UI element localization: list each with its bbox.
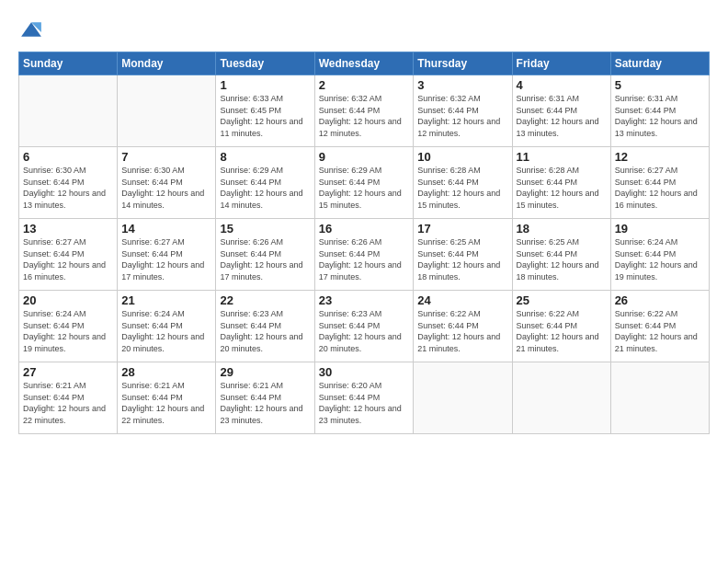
calendar-cell: 20Sunrise: 6:24 AMSunset: 6:44 PMDayligh… <box>19 291 118 362</box>
day-header-saturday: Saturday <box>610 52 709 75</box>
calendar-cell: 1Sunrise: 6:33 AMSunset: 6:45 PMDaylight… <box>216 75 314 147</box>
day-number: 27 <box>23 365 113 379</box>
logo-icon <box>18 17 44 42</box>
day-number: 5 <box>615 78 705 92</box>
calendar-cell: 8Sunrise: 6:29 AMSunset: 6:44 PMDaylight… <box>216 147 314 219</box>
day-number: 13 <box>23 222 113 236</box>
day-number: 14 <box>121 222 211 236</box>
day-info: Sunrise: 6:30 AMSunset: 6:44 PMDaylight:… <box>121 165 211 211</box>
day-info: Sunrise: 6:26 AMSunset: 6:44 PMDaylight:… <box>220 236 310 282</box>
calendar-cell: 4Sunrise: 6:31 AMSunset: 6:44 PMDaylight… <box>512 75 610 147</box>
day-number: 23 <box>319 293 410 307</box>
day-info: Sunrise: 6:21 AMSunset: 6:44 PMDaylight:… <box>121 380 211 426</box>
day-number: 24 <box>417 293 507 307</box>
calendar-cell: 16Sunrise: 6:26 AMSunset: 6:44 PMDayligh… <box>314 219 414 291</box>
day-info: Sunrise: 6:24 AMSunset: 6:44 PMDaylight:… <box>615 236 705 282</box>
day-number: 20 <box>23 293 113 307</box>
day-number: 1 <box>220 78 310 92</box>
day-number: 28 <box>121 365 211 379</box>
day-info: Sunrise: 6:24 AMSunset: 6:44 PMDaylight:… <box>121 308 211 354</box>
calendar-table: SundayMondayTuesdayWednesdayThursdayFrid… <box>18 52 710 434</box>
day-info: Sunrise: 6:28 AMSunset: 6:44 PMDaylight:… <box>417 165 507 211</box>
calendar-cell <box>19 75 118 147</box>
day-number: 22 <box>220 293 310 307</box>
day-number: 26 <box>615 293 705 307</box>
day-info: Sunrise: 6:20 AMSunset: 6:44 PMDaylight:… <box>319 380 410 426</box>
day-info: Sunrise: 6:22 AMSunset: 6:44 PMDaylight:… <box>417 308 507 354</box>
calendar-cell: 26Sunrise: 6:22 AMSunset: 6:44 PMDayligh… <box>610 291 709 362</box>
day-number: 12 <box>615 150 705 164</box>
logo <box>18 17 50 42</box>
day-number: 9 <box>319 150 410 164</box>
day-info: Sunrise: 6:27 AMSunset: 6:44 PMDaylight:… <box>121 236 211 282</box>
day-info: Sunrise: 6:27 AMSunset: 6:44 PMDaylight:… <box>615 165 705 211</box>
day-number: 16 <box>319 222 410 236</box>
day-number: 7 <box>121 150 211 164</box>
calendar-cell: 27Sunrise: 6:21 AMSunset: 6:44 PMDayligh… <box>19 362 118 434</box>
day-info: Sunrise: 6:21 AMSunset: 6:44 PMDaylight:… <box>220 380 310 426</box>
day-info: Sunrise: 6:28 AMSunset: 6:44 PMDaylight:… <box>517 165 607 211</box>
day-number: 15 <box>220 222 310 236</box>
day-number: 18 <box>517 222 607 236</box>
calendar-cell: 2Sunrise: 6:32 AMSunset: 6:44 PMDaylight… <box>314 75 414 147</box>
day-number: 8 <box>220 150 310 164</box>
calendar-cell: 3Sunrise: 6:32 AMSunset: 6:44 PMDaylight… <box>414 75 512 147</box>
calendar-cell: 18Sunrise: 6:25 AMSunset: 6:44 PMDayligh… <box>512 219 610 291</box>
calendar-cell <box>118 75 216 147</box>
day-info: Sunrise: 6:24 AMSunset: 6:44 PMDaylight:… <box>23 308 113 354</box>
day-number: 11 <box>517 150 607 164</box>
day-info: Sunrise: 6:31 AMSunset: 6:44 PMDaylight:… <box>517 93 607 139</box>
day-number: 6 <box>23 150 113 164</box>
calendar-cell: 25Sunrise: 6:22 AMSunset: 6:44 PMDayligh… <box>512 291 610 362</box>
day-header-wednesday: Wednesday <box>314 52 414 75</box>
day-header-friday: Friday <box>512 52 610 75</box>
calendar-cell: 21Sunrise: 6:24 AMSunset: 6:44 PMDayligh… <box>118 291 216 362</box>
day-number: 3 <box>417 78 507 92</box>
calendar-cell: 28Sunrise: 6:21 AMSunset: 6:44 PMDayligh… <box>118 362 216 434</box>
calendar-cell: 12Sunrise: 6:27 AMSunset: 6:44 PMDayligh… <box>610 147 709 219</box>
day-number: 29 <box>220 365 310 379</box>
day-header-tuesday: Tuesday <box>216 52 314 75</box>
day-info: Sunrise: 6:25 AMSunset: 6:44 PMDaylight:… <box>417 236 507 282</box>
calendar-cell: 22Sunrise: 6:23 AMSunset: 6:44 PMDayligh… <box>216 291 314 362</box>
day-info: Sunrise: 6:22 AMSunset: 6:44 PMDaylight:… <box>615 308 705 354</box>
day-number: 19 <box>615 222 705 236</box>
calendar-cell: 24Sunrise: 6:22 AMSunset: 6:44 PMDayligh… <box>414 291 512 362</box>
calendar-cell: 11Sunrise: 6:28 AMSunset: 6:44 PMDayligh… <box>512 147 610 219</box>
day-info: Sunrise: 6:29 AMSunset: 6:44 PMDaylight:… <box>220 165 310 211</box>
calendar-cell: 19Sunrise: 6:24 AMSunset: 6:44 PMDayligh… <box>610 219 709 291</box>
calendar-cell: 14Sunrise: 6:27 AMSunset: 6:44 PMDayligh… <box>118 219 216 291</box>
day-info: Sunrise: 6:32 AMSunset: 6:44 PMDaylight:… <box>417 93 507 139</box>
day-info: Sunrise: 6:26 AMSunset: 6:44 PMDaylight:… <box>319 236 410 282</box>
day-header-thursday: Thursday <box>414 52 512 75</box>
calendar-cell: 13Sunrise: 6:27 AMSunset: 6:44 PMDayligh… <box>19 219 118 291</box>
day-info: Sunrise: 6:31 AMSunset: 6:44 PMDaylight:… <box>615 93 705 139</box>
calendar-cell: 6Sunrise: 6:30 AMSunset: 6:44 PMDaylight… <box>19 147 118 219</box>
day-info: Sunrise: 6:22 AMSunset: 6:44 PMDaylight:… <box>517 308 607 354</box>
day-number: 30 <box>319 365 410 379</box>
day-info: Sunrise: 6:23 AMSunset: 6:44 PMDaylight:… <box>319 308 410 354</box>
day-info: Sunrise: 6:33 AMSunset: 6:45 PMDaylight:… <box>220 93 310 139</box>
day-number: 17 <box>417 222 507 236</box>
calendar-cell <box>414 362 512 434</box>
day-number: 21 <box>121 293 211 307</box>
calendar-cell: 30Sunrise: 6:20 AMSunset: 6:44 PMDayligh… <box>314 362 414 434</box>
day-info: Sunrise: 6:21 AMSunset: 6:44 PMDaylight:… <box>23 380 113 426</box>
calendar-cell <box>512 362 610 434</box>
day-info: Sunrise: 6:23 AMSunset: 6:44 PMDaylight:… <box>220 308 310 354</box>
day-number: 4 <box>517 78 607 92</box>
day-info: Sunrise: 6:32 AMSunset: 6:44 PMDaylight:… <box>319 93 410 139</box>
day-number: 10 <box>417 150 507 164</box>
calendar-cell: 9Sunrise: 6:29 AMSunset: 6:44 PMDaylight… <box>314 147 414 219</box>
calendar-cell: 17Sunrise: 6:25 AMSunset: 6:44 PMDayligh… <box>414 219 512 291</box>
header <box>18 17 710 42</box>
day-info: Sunrise: 6:25 AMSunset: 6:44 PMDaylight:… <box>517 236 607 282</box>
calendar-cell <box>610 362 709 434</box>
calendar-cell: 7Sunrise: 6:30 AMSunset: 6:44 PMDaylight… <box>118 147 216 219</box>
day-number: 25 <box>517 293 607 307</box>
calendar-cell: 15Sunrise: 6:26 AMSunset: 6:44 PMDayligh… <box>216 219 314 291</box>
calendar-cell: 23Sunrise: 6:23 AMSunset: 6:44 PMDayligh… <box>314 291 414 362</box>
day-header-sunday: Sunday <box>19 52 118 75</box>
day-number: 2 <box>319 78 410 92</box>
day-info: Sunrise: 6:30 AMSunset: 6:44 PMDaylight:… <box>23 165 113 211</box>
